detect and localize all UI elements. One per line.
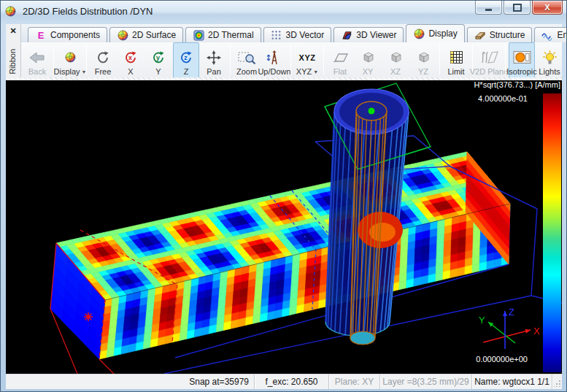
ribbon-sidebar: ✕ Ribbon — [6, 24, 21, 80]
app-window: 2D/3D Fields Distribution /DYN X ✕ Ribbo… — [0, 0, 567, 392]
rotate-free-button[interactable]: Free — [90, 42, 116, 78]
toolbar-separator — [290, 45, 291, 75]
close-icon: X — [544, 3, 549, 12]
toolbar-button-label: XZ — [390, 67, 401, 77]
close-button[interactable]: X — [532, 1, 563, 15]
window-controls: X — [474, 1, 563, 15]
chevron-down-icon: ▼ — [313, 67, 318, 77]
rotate-y-icon: y — [151, 48, 166, 67]
toolbar-button-label: Limit — [447, 67, 464, 77]
toolbar-separator — [230, 45, 231, 75]
tab-components[interactable]: EComponents — [28, 27, 107, 42]
tab-bar: EComponents 2D Surface2D Thermal3D Vecto… — [21, 24, 562, 42]
zoom-icon — [238, 48, 256, 67]
rotate-x-button[interactable]: xX — [117, 42, 144, 78]
status-item: Name: wgtocx1 1/1 — [472, 374, 552, 389]
tab-label: 3D Vector — [286, 30, 325, 40]
toolbar-separator — [505, 45, 506, 75]
toolbar-button-label: Up/Down — [258, 67, 290, 77]
zoom-button[interactable]: Zoom — [234, 42, 260, 78]
tab-2d-thermal[interactable]: 2D Thermal — [185, 27, 261, 42]
app-icon — [5, 6, 18, 19]
colorbar-max-value: 4.000000e-01 — [478, 94, 528, 103]
back-button: Back — [24, 42, 50, 78]
maximize-icon — [513, 4, 522, 12]
status-item: Snap at=35979 — [6, 374, 255, 389]
toolbar-button-label: X — [128, 67, 133, 77]
xyz-button[interactable]: XYZXYZ▼ — [294, 42, 320, 78]
toolbar-button-label: Free — [95, 67, 112, 77]
colorbar — [543, 93, 561, 372]
toolbar-button-label: Flat — [333, 67, 347, 77]
display-icon — [413, 28, 425, 39]
isotropic-button[interactable]: Isotropic — [509, 42, 535, 78]
tab-label: Components — [50, 30, 100, 40]
display-button[interactable]: Display▼ — [57, 42, 83, 78]
tab-label: 2D Surface — [132, 30, 176, 40]
isotropic-icon — [513, 48, 531, 67]
tab-display[interactable]: Display — [406, 24, 464, 42]
toolbar-button-label: V2D Plane — [470, 67, 509, 77]
lights-button[interactable]: Lights — [536, 42, 563, 78]
tab-label: 3D Viewer — [356, 30, 396, 40]
status-item: f_exc: 20.650 — [255, 374, 329, 389]
tab-3d-viewer[interactable]: 3D Viewer — [333, 27, 404, 42]
title-bar[interactable]: 2D/3D Fields Distribution /DYN X — [1, 1, 566, 24]
cube-icon — [389, 48, 403, 67]
svg-text:X: X — [533, 326, 540, 337]
toolbar-button-label: Back — [28, 67, 46, 77]
3d-viewport[interactable]: XYZ H*sqrt(376.73...) [A/mm] 4.000000e-0… — [6, 80, 562, 374]
toolbar-button-label: XY — [363, 67, 374, 77]
toolbar: Back Display▼FreexXyYzZPanZoomUp/DownXYZ… — [21, 42, 562, 77]
toolbar-button-label: Zoom — [236, 67, 257, 77]
limit-button[interactable]: Limit — [443, 42, 469, 78]
view-xz-button: XZ — [382, 42, 409, 78]
tab-label: 2D Thermal — [208, 30, 253, 40]
toolbar-button-label: Pan — [207, 67, 221, 77]
tab-label: Structure — [490, 30, 525, 40]
toolbar-separator — [439, 45, 440, 75]
minimize-button[interactable] — [475, 1, 502, 15]
rotate-y-button[interactable]: yY — [145, 42, 171, 78]
rotate-z-button[interactable]: zZ — [173, 42, 199, 78]
cube-icon — [417, 48, 431, 67]
vector-icon — [271, 30, 282, 41]
lights-icon — [542, 48, 558, 67]
toolbar-button-label: Y — [155, 67, 161, 77]
view-xy-button: XY — [355, 42, 381, 78]
updown-button[interactable]: Up/Down — [261, 42, 288, 78]
viewer-icon — [341, 30, 352, 41]
maximize-button[interactable] — [504, 1, 531, 15]
envelope-icon — [541, 30, 553, 41]
svg-text:Z: Z — [509, 307, 514, 318]
tab-envelope[interactable]: Envelope — [534, 27, 567, 42]
initial-button[interactable]: Initial — [564, 42, 567, 78]
field-plot[interactable]: XYZ — [6, 80, 562, 374]
svg-text:x: x — [128, 54, 132, 61]
status-bar: Snap at=35979f_exc: 20.650Plane: XYLayer… — [6, 374, 562, 389]
v2d-plane-button: V2D Plane — [476, 42, 502, 78]
components-icon: E — [35, 30, 47, 41]
status-item: Plane: XY — [329, 374, 380, 389]
minimize-icon — [485, 9, 492, 11]
toolbar-button-label: XYZ▼ — [296, 67, 318, 77]
toolbar-separator — [323, 45, 324, 75]
display-icon — [65, 48, 76, 67]
back-icon — [28, 48, 46, 67]
client-area: ✕ Ribbon EComponents 2D Surface2D Therma… — [6, 24, 562, 389]
rotate-z-icon: z — [179, 48, 193, 67]
toolbar-button-label: YZ — [418, 67, 428, 77]
tab-2d-surface[interactable]: 2D Surface — [109, 27, 183, 42]
toolbar-button-label: Z — [184, 67, 189, 77]
xyz-icon: XYZ — [299, 48, 316, 67]
limit-icon — [450, 48, 463, 67]
cube-icon — [361, 48, 375, 67]
ribbon-close-button[interactable]: ✕ — [6, 24, 20, 36]
status-item: Layer =8(3.25 mm)/29 — [380, 374, 472, 389]
thermal-icon — [193, 30, 204, 41]
tab-structure[interactable]: Structure — [467, 27, 533, 42]
toolbar-button-label: Lights — [539, 67, 560, 77]
resize-grip[interactable] — [552, 374, 562, 389]
pan-button[interactable]: Pan — [201, 42, 227, 78]
tab-3d-vector[interactable]: 3D Vector — [263, 27, 332, 42]
